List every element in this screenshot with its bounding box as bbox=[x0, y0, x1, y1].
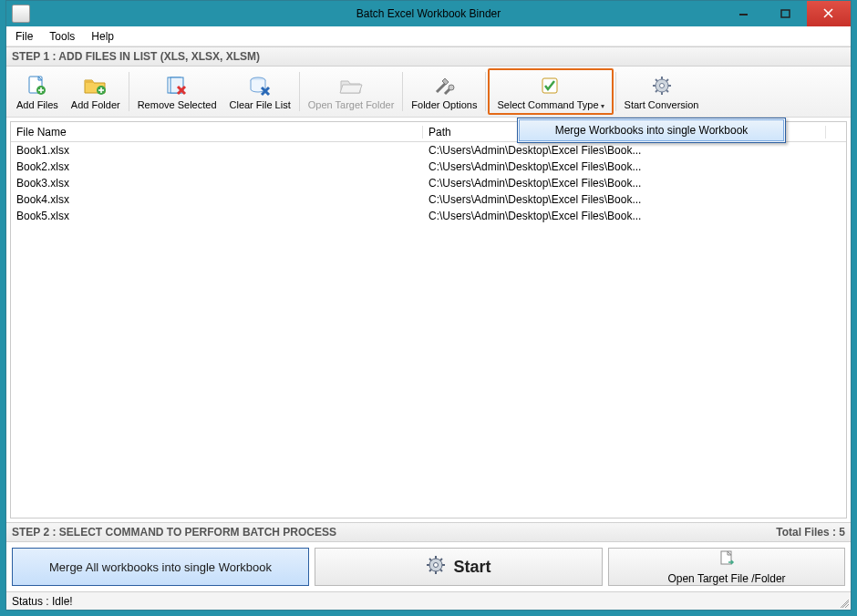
svg-point-21 bbox=[659, 83, 664, 87]
status-bar: Status : Idle! bbox=[6, 591, 851, 610]
step1-header-label: STEP 1 : ADD FILES IN LIST (XLS, XLSX, X… bbox=[12, 50, 260, 63]
menu-tools[interactable]: Tools bbox=[49, 30, 75, 43]
folder-options-button[interactable]: Folder Options bbox=[405, 68, 483, 115]
file-list-body[interactable]: Book1.xlsxC:\Users\Admin\Desktop\Excel F… bbox=[11, 142, 846, 518]
svg-line-38 bbox=[440, 559, 442, 560]
start-conversion-label: Start Conversion bbox=[625, 99, 699, 110]
close-button[interactable] bbox=[807, 1, 851, 26]
folder-add-icon bbox=[83, 74, 108, 98]
start-button-label: Start bbox=[453, 558, 490, 577]
merge-workbooks-item[interactable]: Merge Workbooks into single Workbook bbox=[519, 119, 784, 141]
step2-header: STEP 2 : SELECT COMMAND TO PERFORM BATCH… bbox=[6, 522, 851, 542]
remove-selected-button[interactable]: Remove Selected bbox=[131, 68, 223, 115]
add-folder-label: Add Folder bbox=[71, 99, 120, 110]
file-name-cell: Book5.xlsx bbox=[11, 210, 423, 222]
resize-grip[interactable] bbox=[838, 597, 849, 608]
clear-file-list-label: Clear File List bbox=[230, 99, 291, 110]
column-file-name[interactable]: File Name bbox=[11, 126, 423, 139]
clear-list-icon bbox=[247, 74, 273, 98]
path-cell: C:\Users\Admin\Desktop\Excel Files\Book.… bbox=[423, 160, 846, 173]
total-files-label: Total Files : 5 bbox=[776, 526, 845, 539]
chevron-down-icon: ▾ bbox=[601, 102, 604, 110]
add-files-label: Add Files bbox=[16, 99, 58, 110]
table-row[interactable]: Book5.xlsxC:\Users\Admin\Desktop\Excel F… bbox=[11, 208, 846, 224]
open-target-button[interactable]: Open Target File /Folder bbox=[608, 548, 845, 586]
start-conversion-button[interactable]: Start Conversion bbox=[618, 68, 706, 115]
select-command-type-button[interactable]: Select Command Type▾ bbox=[488, 68, 613, 115]
file-open-icon bbox=[718, 549, 736, 570]
remove-selected-label: Remove Selected bbox=[138, 99, 217, 110]
clear-file-list-button[interactable]: Clear File List bbox=[223, 68, 297, 115]
open-folder-icon bbox=[338, 74, 364, 98]
table-row[interactable]: Book2.xlsxC:\Users\Admin\Desktop\Excel F… bbox=[11, 159, 846, 175]
svg-point-18 bbox=[449, 85, 454, 90]
maximize-icon bbox=[780, 8, 791, 19]
add-folder-button[interactable]: Add Folder bbox=[65, 68, 127, 115]
command-type-icon bbox=[538, 74, 563, 98]
toolbar: Add Files Add Folder Remove Selected bbox=[6, 67, 851, 118]
svg-line-37 bbox=[440, 570, 442, 571]
svg-line-39 bbox=[429, 570, 431, 571]
menu-bar: File Tools Help bbox=[6, 26, 851, 46]
file-name-cell: Book3.xlsx bbox=[11, 177, 423, 190]
gear-icon bbox=[649, 74, 675, 98]
table-row[interactable]: Book3.xlsxC:\Users\Admin\Desktop\Excel F… bbox=[11, 175, 846, 191]
tools-icon bbox=[431, 74, 457, 98]
start-button[interactable]: Start bbox=[315, 548, 603, 586]
svg-rect-1 bbox=[781, 10, 790, 17]
file-list: File Name Path Book1.xlsxC:\Users\Admin\… bbox=[10, 121, 847, 518]
minimize-icon bbox=[738, 8, 749, 19]
table-row[interactable]: Book4.xlsxC:\Users\Admin\Desktop\Excel F… bbox=[11, 191, 846, 208]
path-cell: C:\Users\Admin\Desktop\Excel Files\Book.… bbox=[423, 193, 846, 206]
menu-help[interactable]: Help bbox=[91, 30, 114, 43]
remove-icon bbox=[164, 74, 190, 98]
gear-icon bbox=[426, 555, 446, 580]
select-command-type-label: Select Command Type▾ bbox=[497, 99, 604, 110]
window-controls bbox=[723, 1, 851, 26]
status-text: Status : Idle! bbox=[12, 595, 73, 608]
open-target-label: Open Target File /Folder bbox=[667, 572, 785, 585]
app-window: Batch Excel Workbook Binder File Tools H… bbox=[5, 0, 852, 611]
file-name-cell: Book2.xlsx bbox=[11, 160, 423, 173]
svg-line-28 bbox=[666, 79, 668, 81]
svg-line-26 bbox=[656, 79, 657, 81]
file-add-icon bbox=[25, 74, 50, 98]
file-name-cell: Book4.xlsx bbox=[11, 193, 423, 206]
add-files-button[interactable]: Add Files bbox=[10, 68, 65, 115]
table-row[interactable]: Book1.xlsxC:\Users\Admin\Desktop\Excel F… bbox=[11, 142, 846, 159]
command-type-dropdown: Merge Workbooks into single Workbook bbox=[517, 118, 786, 143]
open-target-folder-button[interactable]: Open Target Folder bbox=[302, 68, 401, 115]
app-icon bbox=[12, 5, 30, 23]
path-cell: C:\Users\Admin\Desktop\Excel Files\Book.… bbox=[423, 144, 846, 157]
path-cell: C:\Users\Admin\Desktop\Excel Files\Book.… bbox=[423, 210, 846, 222]
open-target-folder-label: Open Target Folder bbox=[308, 99, 395, 110]
step2-header-label: STEP 2 : SELECT COMMAND TO PERFORM BATCH… bbox=[12, 526, 336, 539]
step2-bar: Merge All workbooks into single Workbook… bbox=[6, 542, 851, 591]
menu-file[interactable]: File bbox=[15, 30, 33, 43]
folder-options-label: Folder Options bbox=[411, 99, 477, 110]
path-cell: C:\Users\Admin\Desktop\Excel Files\Book.… bbox=[423, 177, 846, 190]
close-icon bbox=[823, 8, 834, 19]
title-bar: Batch Excel Workbook Binder bbox=[6, 1, 851, 26]
selected-command-label: Merge All workbooks into single Workbook bbox=[12, 548, 309, 586]
maximize-button[interactable] bbox=[765, 1, 807, 26]
file-name-cell: Book1.xlsx bbox=[11, 144, 423, 157]
minimize-button[interactable] bbox=[723, 1, 765, 26]
svg-line-36 bbox=[429, 559, 431, 560]
svg-line-29 bbox=[656, 90, 657, 92]
svg-line-27 bbox=[666, 90, 668, 92]
svg-point-31 bbox=[434, 562, 439, 567]
step1-header: STEP 1 : ADD FILES IN LIST (XLS, XLSX, X… bbox=[6, 46, 851, 67]
